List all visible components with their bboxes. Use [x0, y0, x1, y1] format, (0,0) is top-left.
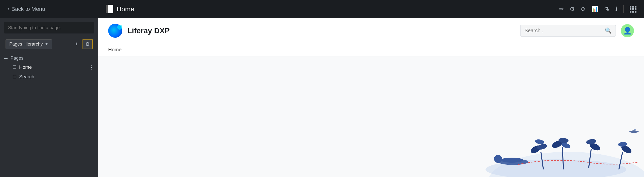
top-toolbar: ‹ Back to Menu Home ✏ ⚙ ⊕ 📊 ⚗ ℹ	[0, 0, 644, 18]
panel-toggle-icon[interactable]	[106, 5, 113, 13]
page-item-more-button[interactable]: ⋮	[89, 64, 94, 70]
pages-parent-row: Pages	[4, 54, 94, 62]
chevron-left-icon: ‹	[8, 6, 9, 12]
brand-area: Liferay DXP	[108, 24, 170, 38]
illustration-svg	[468, 112, 644, 177]
brand-logo	[108, 24, 122, 38]
pages-settings-button[interactable]: ⚙	[83, 39, 93, 49]
svg-point-3	[494, 155, 502, 163]
info-icon[interactable]: ℹ	[615, 6, 617, 12]
site-search-input[interactable]	[525, 28, 605, 33]
user-icon: 👤	[623, 26, 632, 35]
add-page-button[interactable]: +	[72, 40, 80, 48]
panel-left-bar	[106, 5, 108, 13]
pages-hierarchy-dropdown[interactable]: Pages Hierarchy ▼	[6, 39, 52, 49]
breadcrumb-bar: Home	[98, 43, 644, 56]
hierarchy-actions: + ⚙	[72, 39, 93, 49]
sidebar: Pages Hierarchy ▼ + ⚙ Pages ☐ Home ⋮ ☐ S…	[0, 18, 98, 177]
brand-name: Liferay DXP	[127, 26, 170, 35]
content-body	[98, 56, 644, 177]
search-icon[interactable]: 🔍	[605, 27, 612, 34]
sidebar-item-search[interactable]: ☐ Search	[4, 72, 94, 82]
chevron-down-icon: ▼	[45, 42, 48, 46]
back-to-menu-label: Back to Menu	[11, 6, 45, 12]
pages-parent-label: Pages	[11, 56, 23, 61]
page-title: Home	[117, 5, 134, 13]
page-search-input[interactable]	[4, 22, 94, 33]
page-doc-icon: ☐	[13, 64, 17, 70]
back-to-menu-button[interactable]: ‹ Back to Menu	[8, 6, 45, 12]
toolbar-left: ‹ Back to Menu	[0, 6, 98, 12]
sidebar-item-home[interactable]: ☐ Home ⋮	[4, 62, 94, 72]
pages-tree: Pages ☐ Home ⋮ ☐ Search	[0, 52, 98, 84]
chart-icon[interactable]: 📊	[591, 6, 598, 12]
flask-icon[interactable]: ⚗	[604, 6, 609, 12]
pages-hierarchy-header: Pages Hierarchy ▼ + ⚙	[3, 37, 96, 52]
search-input-wrapper: 🔍	[520, 25, 616, 37]
toolbar-divider	[623, 5, 624, 13]
content-area: Liferay DXP 🔍 👤 Home	[98, 18, 644, 177]
svg-point-8	[535, 139, 545, 145]
page-doc-icon-search: ☐	[13, 74, 17, 80]
user-avatar[interactable]: 👤	[621, 24, 634, 37]
illustration-area	[468, 112, 644, 177]
main-area: Pages Hierarchy ▼ + ⚙ Pages ☐ Home ⋮ ☐ S…	[0, 18, 644, 177]
breadcrumb: Home	[108, 47, 122, 52]
apps-grid-icon[interactable]	[630, 6, 636, 13]
collapse-icon[interactable]	[4, 58, 8, 59]
panel-right-area	[108, 5, 113, 13]
toolbar-right: ✏ ⚙ ⊕ 📊 ⚗ ℹ	[559, 5, 644, 13]
sidebar-item-search-label: Search	[19, 74, 34, 80]
gear-icon[interactable]: ⚙	[570, 6, 575, 12]
toolbar-center: Home	[98, 5, 559, 13]
sidebar-item-home-label: Home	[19, 64, 32, 70]
pages-hierarchy-label-text: Pages Hierarchy	[9, 42, 43, 47]
search-area: 🔍 👤	[520, 24, 634, 37]
target-icon[interactable]: ⊕	[581, 6, 585, 12]
content-header: Liferay DXP 🔍 👤	[98, 18, 644, 43]
svg-point-4	[501, 158, 523, 163]
pencil-icon[interactable]: ✏	[559, 6, 564, 12]
